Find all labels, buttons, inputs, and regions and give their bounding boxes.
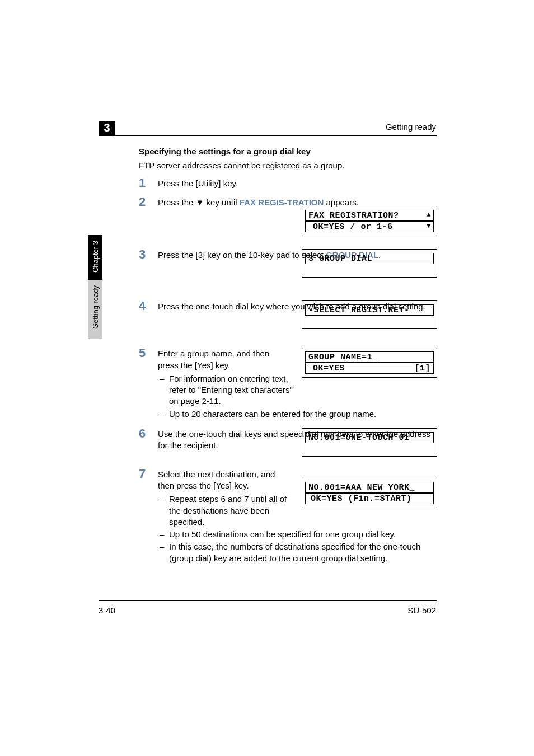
section-title: Specifying the settings for a group dial…	[139, 147, 437, 156]
step-num-1: 1	[139, 177, 158, 189]
lcd-step2: FAX REGISTRATION?▲ OK=YES / or 1-6▼	[302, 206, 437, 236]
lcd5-line2-left: OK=YES	[308, 364, 345, 373]
step-num-6: 6	[139, 428, 158, 440]
lcd4-line: -SELECT REGIST.KEY-	[305, 304, 434, 316]
s5-bullet-2: Up to 20 characters can be entered for t…	[158, 408, 437, 420]
side-tab: Chapter 3 Getting ready	[88, 235, 102, 339]
s7-text: Select the next destination, and then pr…	[158, 469, 291, 492]
footer-model: SU-502	[407, 605, 436, 615]
arrow-down-icon: ▼	[427, 222, 431, 231]
lcd7-line2: OK=YES (Fin.=START)	[305, 493, 434, 504]
lcd5-line2-right: [1]	[414, 364, 430, 373]
s7-bullet-2: Up to 50 destinations can be specified f…	[158, 529, 437, 540]
s7-bullet-3: In this case, the numbers of destination…	[158, 541, 437, 564]
side-tab-gray: Getting ready	[88, 280, 102, 339]
step-num-7: 7	[139, 468, 158, 480]
side-tab-black: Chapter 3	[88, 235, 102, 280]
lcd7-line1: NO.001=AAA NEW YORK_	[305, 482, 434, 493]
lcd6-line: NO.001=ONE-TOUCH 01	[305, 432, 434, 443]
s5-text: Enter a group name, and then press the […	[158, 348, 291, 371]
step-4: 4 Press the one-touch dial key where you…	[139, 301, 437, 336]
step-num-3: 3	[139, 248, 158, 261]
step-6: 6 Use the one-touch dial keys and speed …	[139, 429, 437, 461]
arrow-up-icon: ▲	[427, 210, 431, 220]
step-3: 3 Press the [3] key on the 10-key pad to…	[139, 250, 437, 289]
step-body-1: Press the [Utility] key.	[158, 178, 437, 189]
step-num-4: 4	[139, 300, 158, 312]
lcd-step4: -SELECT REGIST.KEY-	[302, 300, 437, 329]
side-tab-black-text: Chapter 3	[91, 241, 100, 273]
footer-rule	[99, 600, 437, 601]
lcd2-line2: OK=YES / or 1-6▼	[305, 221, 434, 232]
intro-text: FTP server addresses cannot be registere…	[139, 161, 437, 170]
chapter-badge: 3	[99, 121, 115, 135]
lcd3-line: 3 GROUP DIAL	[305, 253, 434, 264]
footer-page-number: 3-40	[99, 605, 115, 615]
step-5: 5 Enter a group name, and then press the…	[139, 348, 437, 421]
page-header-label: Getting ready	[386, 122, 436, 132]
s3-pre: Press the [3] key on the 10-key pad to s…	[158, 250, 326, 260]
step-1: 1 Press the [Utility] key.	[139, 178, 437, 189]
lcd-step6: NO.001=ONE-TOUCH 01	[302, 428, 437, 457]
lcd2-line1-text: FAX REGISTRATION?	[308, 211, 399, 220]
lcd5-line2: OK=YES[1]	[305, 363, 434, 374]
page: 3 Getting ready Chapter 3 Getting ready …	[0, 0, 534, 756]
lcd2-line2-text: OK=YES / or 1-6	[308, 222, 393, 232]
step-7: 7 Select the next destination, and then …	[139, 469, 437, 565]
header-rule	[99, 135, 437, 136]
s2-arrow: ▼	[196, 198, 204, 207]
s2-pre: Press the	[158, 198, 196, 207]
step-num-5: 5	[139, 347, 158, 359]
lcd-step3: 3 GROUP DIAL	[302, 249, 437, 278]
lcd-step7: NO.001=AAA NEW YORK_ OK=YES (Fin.=START)	[302, 478, 437, 508]
lcd-step5: GROUP NAME=1_ OK=YES[1]	[302, 348, 437, 378]
step-num-2: 2	[139, 196, 158, 208]
step-2: 2 Press the ▼ key until FAX REGIS-TRATIO…	[139, 197, 437, 237]
s2-mid: key until	[204, 198, 239, 207]
s7-bullet-1: Repeat steps 6 and 7 until all of the de…	[158, 494, 298, 528]
lcd2-line1: FAX REGISTRATION?▲	[305, 210, 434, 221]
side-tab-gray-text: Getting ready	[91, 285, 100, 329]
lcd5-line1: GROUP NAME=1_	[305, 351, 434, 363]
s5-bullet-1: For information on entering text, refer …	[158, 373, 302, 407]
